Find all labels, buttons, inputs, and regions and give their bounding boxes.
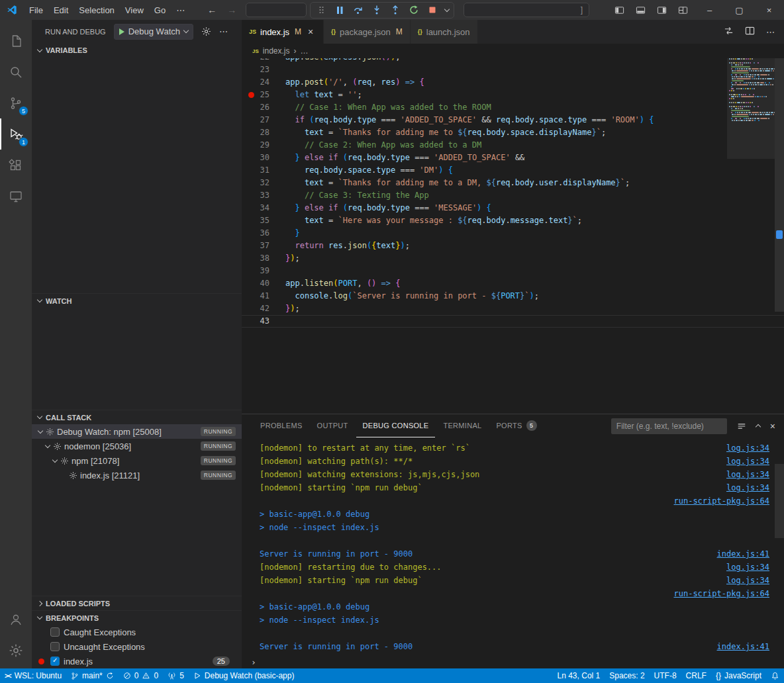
breakpoints-section-header[interactable]: BREAKPOINTS <box>32 610 242 625</box>
problems-status[interactable]: 0 0 <box>119 668 163 683</box>
console-input-prompt[interactable]: › <box>251 657 256 667</box>
remote-explorer-icon[interactable] <box>0 181 32 212</box>
eol-status[interactable]: CRLF <box>681 668 711 683</box>
source-link[interactable]: log.js:34 <box>726 483 769 492</box>
editor-scrollbar[interactable] <box>775 58 784 414</box>
more-actions-icon[interactable]: ⋯ <box>219 26 228 36</box>
stop-icon[interactable] <box>426 4 438 16</box>
editor-tab[interactable]: {}package.jsonM <box>324 20 411 44</box>
loaded-scripts-section-header[interactable]: LOADED SCRIPTS <box>32 596 242 610</box>
editor-tab[interactable]: {}launch.json <box>411 20 478 44</box>
line-number[interactable]: 37 <box>242 240 285 252</box>
close-panel-icon[interactable]: × <box>770 421 775 432</box>
pause-icon[interactable] <box>334 4 346 16</box>
menu-item[interactable]: Edit <box>48 5 74 15</box>
clear-console-icon[interactable] <box>737 422 746 431</box>
source-link[interactable]: log.js:34 <box>726 563 769 572</box>
more-actions-icon[interactable]: ⋯ <box>766 27 775 37</box>
line-number[interactable]: 34 <box>242 202 285 214</box>
breakpoint-row[interactable]: Caught Exceptions <box>32 625 242 639</box>
close-window-button[interactable]: × <box>754 0 784 20</box>
line-number[interactable]: 40 <box>242 277 285 290</box>
customize-layout-icon[interactable] <box>678 5 688 15</box>
indentation-status[interactable]: Spaces: 2 <box>605 668 649 683</box>
git-branch-status[interactable]: main* <box>66 668 119 683</box>
menu-item[interactable]: Selection <box>74 5 119 15</box>
step-over-icon[interactable] <box>352 4 364 16</box>
breakpoint-checkbox[interactable] <box>50 627 60 637</box>
line-number[interactable]: 43 <box>242 315 285 328</box>
line-number[interactable]: 42 <box>242 302 285 315</box>
search-icon[interactable] <box>0 56 32 87</box>
notifications-bell-icon[interactable] <box>766 668 784 683</box>
go-back-icon[interactable]: ← <box>207 5 217 15</box>
minimap-slider[interactable] <box>727 58 775 159</box>
stop-options-chevron-icon[interactable] <box>444 6 450 11</box>
accounts-icon[interactable] <box>0 604 32 635</box>
source-link[interactable]: log.js:34 <box>726 576 769 585</box>
console-filter-input[interactable] <box>611 418 727 434</box>
line-number[interactable]: 22 <box>242 58 285 64</box>
source-link[interactable]: log.js:34 <box>726 457 769 466</box>
callstack-session-row[interactable]: Debug Watch: npm [25008]RUNNING <box>32 424 242 439</box>
source-link[interactable]: index.js:41 <box>717 642 769 651</box>
split-editor-icon[interactable] <box>745 26 755 38</box>
close-tab-icon[interactable]: × <box>305 26 316 37</box>
source-link[interactable]: run-script-pkg.js:64 <box>674 496 770 506</box>
line-number[interactable]: 30 <box>242 152 285 164</box>
toggle-sidebar-icon[interactable] <box>614 5 624 15</box>
step-out-icon[interactable] <box>389 4 401 16</box>
panel-tab[interactable]: TERMINAL <box>436 414 488 437</box>
minimap[interactable] <box>727 58 775 414</box>
line-number[interactable]: 33 <box>242 189 285 202</box>
line-number[interactable]: 27 <box>242 114 285 126</box>
line-number[interactable]: 35 <box>242 214 285 227</box>
breakpoint-checkbox[interactable] <box>50 642 60 651</box>
ports-status[interactable]: 5 <box>163 668 189 683</box>
line-number[interactable]: 24 <box>242 76 285 89</box>
maximize-panel-chevron-icon[interactable] <box>756 423 760 429</box>
editor-tab[interactable]: JSindex.jsM× <box>242 20 324 44</box>
source-control-icon[interactable]: 5 <box>0 87 32 118</box>
panel-tab[interactable]: PROBLEMS <box>254 414 309 437</box>
command-center-left[interactable] <box>246 3 307 17</box>
line-number[interactable]: 32 <box>242 177 285 189</box>
scrollbar-thumb[interactable] <box>775 58 784 312</box>
debug-settings-gear-icon[interactable] <box>201 26 211 36</box>
explorer-icon[interactable] <box>0 25 32 56</box>
breakpoint-checkbox[interactable] <box>50 657 60 666</box>
line-number[interactable]: 29 <box>242 139 285 152</box>
start-debugging-icon[interactable] <box>119 28 124 35</box>
command-center[interactable]: ] <box>464 3 589 17</box>
menu-item[interactable]: Go <box>149 5 171 15</box>
code-editor[interactable]: 22app.use(express.json());2324app.post('… <box>242 58 784 414</box>
cursor-position[interactable]: Ln 43, Col 1 <box>553 668 605 683</box>
encoding-status[interactable]: UTF-8 <box>650 668 681 683</box>
line-number[interactable]: 31 <box>242 164 285 177</box>
go-forward-icon[interactable]: → <box>227 5 236 15</box>
language-mode[interactable]: {} JavaScript <box>711 668 766 683</box>
callstack-session-row[interactable]: index.js [21121]RUNNING <box>32 468 242 482</box>
line-number[interactable]: 38 <box>242 252 285 265</box>
source-link[interactable]: run-script-pkg.js:64 <box>674 589 770 598</box>
launch-config-dropdown[interactable]: Debug Watch <box>114 24 193 40</box>
panel-tab[interactable]: DEBUG CONSOLE <box>356 414 436 437</box>
line-number[interactable]: 41 <box>242 290 285 302</box>
settings-gear-icon[interactable] <box>0 635 32 666</box>
menu-item[interactable]: File <box>24 5 48 15</box>
debug-status[interactable]: Debug Watch (basic-app) <box>189 668 299 683</box>
source-link[interactable]: log.js:34 <box>726 443 769 453</box>
toolbar-grip-icon[interactable] <box>315 4 327 16</box>
open-changes-icon[interactable] <box>724 26 734 38</box>
watch-section-header[interactable]: WATCH <box>32 293 242 308</box>
remote-indicator[interactable]: >< WSL: Ubuntu <box>0 668 66 683</box>
breadcrumb[interactable]: JS index.js › … <box>242 44 784 58</box>
line-number[interactable]: 26 <box>242 101 285 114</box>
panel-scrollbar-thumb[interactable] <box>775 464 784 538</box>
toggle-secondary-sidebar-icon[interactable] <box>657 5 667 15</box>
line-number[interactable]: 25 <box>242 89 285 101</box>
breakpoint-row[interactable]: Uncaught Exceptions <box>32 639 242 654</box>
source-link[interactable]: log.js:34 <box>726 470 769 479</box>
line-number[interactable]: 39 <box>242 265 285 277</box>
run-and-debug-icon[interactable]: 1 <box>0 118 32 150</box>
